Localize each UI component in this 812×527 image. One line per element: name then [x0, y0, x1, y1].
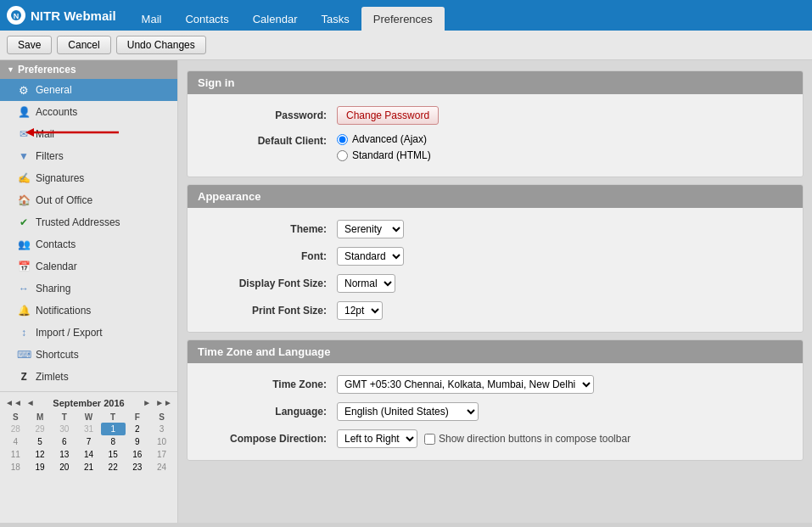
sharing-icon: ↔ — [17, 282, 31, 295]
sidebar-item-general[interactable]: ⚙ General — [0, 79, 177, 101]
tab-contacts[interactable]: Contacts — [173, 7, 240, 31]
content-area: Sign in Password: Change Password Defaul… — [178, 60, 812, 523]
sidebar-item-signatures[interactable]: ✍ Signatures — [0, 167, 177, 189]
show-direction-buttons-checkbox[interactable] — [424, 434, 435, 445]
cal-header-mon: M — [28, 412, 53, 423]
advanced-radio[interactable] — [337, 134, 348, 145]
sidebar-item-filters[interactable]: ▼ Filters — [0, 145, 177, 167]
cal-header-sat: S — [149, 412, 174, 423]
calendar-day[interactable]: 19 — [28, 461, 53, 474]
advanced-ajax-option[interactable]: Advanced (Ajax) — [337, 133, 431, 145]
calendar-day[interactable]: 5 — [28, 435, 53, 448]
calendar-day[interactable]: 29 — [28, 423, 53, 435]
print-font-size-select[interactable]: 10pt 11pt 12pt 14pt — [337, 301, 383, 320]
calendar-day[interactable]: 30 — [52, 423, 76, 435]
sidebar-item-calendar[interactable]: 📅 Calendar — [0, 255, 177, 278]
calendar-day[interactable]: 12 — [28, 448, 53, 461]
sign-in-header: Sign in — [188, 71, 803, 94]
calendar-day[interactable]: 24 — [149, 461, 174, 474]
calendar-day[interactable]: 22 — [101, 461, 126, 474]
calendar-day[interactable]: 13 — [52, 448, 76, 461]
display-font-size-row: Display Font Size: Normal Large Larger — [201, 274, 789, 293]
sidebar-item-trusted-addresses[interactable]: ✔ Trusted Addresses — [0, 211, 177, 233]
sidebar-item-notifications[interactable]: 🔔 Notifications — [0, 300, 177, 322]
calendar-day[interactable]: 8 — [101, 435, 126, 448]
calendar-day[interactable]: 10 — [149, 435, 174, 448]
sidebar-item-shortcuts[interactable]: ⌨ Shortcuts — [0, 344, 177, 366]
calendar-day[interactable]: 18 — [3, 461, 28, 474]
tab-calendar[interactable]: Calendar — [241, 7, 310, 31]
shortcuts-icon: ⌨ — [17, 348, 31, 362]
sidebar-item-contacts[interactable]: 👥 Contacts — [0, 233, 177, 255]
timezone-select[interactable]: GMT +05:30 Chennai, Kolkata, Mumbai, New… — [337, 375, 594, 394]
calendar-day[interactable]: 15 — [101, 448, 126, 461]
filters-icon: ▼ — [17, 149, 31, 163]
calendar-day[interactable]: 17 — [149, 448, 174, 461]
standard-radio[interactable] — [337, 150, 348, 161]
compose-direction-row: Compose Direction: Left to Right Right t… — [201, 429, 789, 448]
sidebar-item-mail[interactable]: ✉ Mail — [0, 123, 177, 145]
compose-direction-value: Left to Right Right to Left Show directi… — [337, 429, 630, 448]
font-select[interactable]: Standard Arial Georgia — [337, 247, 404, 266]
default-client-row: Default Client: Advanced (Ajax) Standard… — [201, 133, 789, 161]
calendar-day[interactable]: 7 — [76, 435, 101, 448]
calendar-day[interactable]: 3 — [149, 423, 174, 435]
import-export-icon: ↕ — [17, 326, 31, 339]
calendar-day[interactable]: 28 — [3, 423, 28, 435]
svg-text:N: N — [14, 12, 20, 20]
calendar-day[interactable]: 21 — [76, 461, 101, 474]
calendar-day[interactable]: 16 — [126, 448, 150, 461]
compose-direction-select[interactable]: Left to Right Right to Left — [337, 429, 417, 448]
cancel-button[interactable]: Cancel — [57, 36, 110, 54]
password-label: Password: — [201, 109, 337, 121]
appearance-section: Appearance Theme: Serenity Carbon Harmon… — [187, 184, 804, 333]
notifications-icon: 🔔 — [17, 304, 31, 317]
calendar-day[interactable]: 23 — [126, 461, 150, 474]
sign-in-body: Password: Change Password Default Client… — [188, 94, 803, 177]
calendar-icon: 📅 — [17, 260, 31, 273]
calendar-day[interactable]: 31 — [76, 423, 101, 435]
calendar-day[interactable]: 20 — [52, 461, 76, 474]
calendar-day[interactable]: 1 — [101, 423, 126, 435]
language-label: Language: — [201, 406, 337, 418]
sidebar-item-out-of-office[interactable]: 🏠 Out of Office — [0, 189, 177, 211]
prev-month-btn[interactable]: ◄ — [25, 397, 36, 408]
sidebar-item-sharing[interactable]: ↔ Sharing — [0, 278, 177, 300]
tab-preferences[interactable]: Preferences — [361, 7, 445, 31]
calendar-day[interactable]: 14 — [76, 448, 101, 461]
change-password-button[interactable]: Change Password — [337, 106, 439, 125]
next-month-btn[interactable]: ► — [141, 397, 153, 408]
zimlets-icon: Z — [17, 370, 31, 384]
logo-icon: N — [7, 6, 25, 25]
gear-icon: ⚙ — [17, 83, 31, 97]
tab-mail[interactable]: Mail — [130, 7, 174, 31]
trusted-icon: ✔ — [17, 216, 31, 229]
app-header: N NITR Webmail Mail Contacts Calendar Ta… — [0, 0, 812, 31]
sidebar-item-zimlets[interactable]: Z Zimlets — [0, 366, 177, 388]
calendar-day[interactable]: 2 — [126, 423, 150, 435]
sidebar-title: ▼ Preferences — [0, 60, 177, 79]
undo-changes-button[interactable]: Undo Changes — [116, 36, 206, 54]
next-year-btn[interactable]: ►► — [154, 397, 174, 408]
display-font-size-select[interactable]: Normal Large Larger — [337, 274, 395, 293]
calendar-day[interactable]: 9 — [126, 435, 150, 448]
theme-row: Theme: Serenity Carbon Harmony Oasis — [201, 220, 789, 238]
appearance-body: Theme: Serenity Carbon Harmony Oasis Fon… — [188, 208, 803, 332]
timezone-language-body: Time Zone: GMT +05:30 Chennai, Kolkata, … — [188, 363, 803, 460]
show-direction-buttons-checkbox-label[interactable]: Show direction buttons in compose toolba… — [424, 433, 630, 445]
sidebar-item-accounts[interactable]: 👤 Accounts — [0, 101, 177, 123]
theme-select[interactable]: Serenity Carbon Harmony Oasis — [337, 220, 404, 238]
prev-year-btn[interactable]: ◄◄ — [3, 397, 24, 408]
save-button[interactable]: Save — [7, 36, 52, 54]
language-select[interactable]: English (United States) English (United … — [337, 402, 479, 421]
calendar-day[interactable]: 11 — [3, 448, 28, 461]
calendar-day[interactable]: 6 — [52, 435, 76, 448]
theme-label: Theme: — [201, 223, 337, 235]
calendar-day[interactable]: 4 — [3, 435, 28, 448]
tab-tasks[interactable]: Tasks — [310, 7, 361, 31]
sidebar-item-import-export[interactable]: ↕ Import / Export — [0, 322, 177, 344]
standard-html-option[interactable]: Standard (HTML) — [337, 149, 431, 161]
main-layout: ▼ Preferences ⚙ General 👤 Accounts ✉ Mai… — [0, 60, 812, 523]
timezone-language-section: Time Zone and Language Time Zone: GMT +0… — [187, 339, 804, 461]
font-row: Font: Standard Arial Georgia — [201, 247, 789, 266]
